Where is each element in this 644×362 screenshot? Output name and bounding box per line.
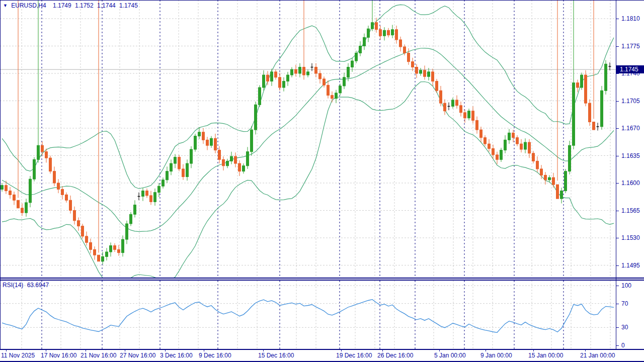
price-axis-tick <box>616 183 619 184</box>
price-axis-label: 1.1705 <box>621 98 640 105</box>
time-axis-tick <box>533 349 534 351</box>
time-axis-label: 26 Dec 16:00 <box>377 352 413 359</box>
rsi-axis-label: 30 <box>621 324 628 331</box>
time-axis-tick <box>341 349 342 351</box>
price-axis-label: 1.1775 <box>621 43 640 50</box>
time-axis-tick <box>439 349 440 351</box>
time-axis-tick <box>263 349 264 351</box>
top-border <box>0 0 644 1</box>
rsi-indicator-label: RSI(14) 63.6947 <box>3 282 51 289</box>
time-axis[interactable]: 11 Nov 202517 Nov 16:0021 Nov 16:0027 No… <box>0 350 644 361</box>
pane-separator-line-2 <box>0 280 644 281</box>
low-value: 1.1744 <box>97 2 116 9</box>
price-axis-label: 1.1670 <box>621 125 640 132</box>
time-axis-tick <box>382 349 383 351</box>
symbol-timeframe-label: EURUSD,H4 <box>11 2 46 9</box>
price-axis-tick <box>616 238 619 238</box>
rsi-axis-label: 100 <box>621 282 631 289</box>
price-axis-tick <box>616 211 619 211</box>
close-value: 1.1745 <box>119 2 138 9</box>
open-value: 1.1749 <box>53 2 71 9</box>
chart-header: ▼ EURUSD,H4 1.1749 1.1752 1.1744 1.1745 <box>3 2 140 9</box>
price-axis-tick <box>616 156 619 156</box>
bollinger-upper-band <box>2 5 614 189</box>
high-value: 1.1752 <box>75 2 94 9</box>
bollinger-lower-band <box>2 82 614 278</box>
time-axis-label: 9 Dec 16:00 <box>199 352 231 359</box>
price-axis-tick <box>616 46 619 47</box>
price-axis-tick <box>616 128 619 129</box>
price-axis-tick <box>616 101 619 102</box>
time-axis-label: 15 Jan 00:00 <box>528 352 563 359</box>
rsi-name: RSI(14) <box>3 282 23 289</box>
time-axis-label: 11 Nov 2025 <box>1 352 35 359</box>
rsi-axis-label: 70 <box>621 300 628 307</box>
time-axis-tick <box>204 349 204 351</box>
symbol-dropdown-icon[interactable]: ▼ <box>3 3 8 8</box>
price-axis-label: 1.1635 <box>621 152 640 159</box>
rsi-axis[interactable]: 10070300 <box>616 281 644 349</box>
time-axis-label: 21 Nov 16:00 <box>80 352 116 359</box>
time-axis-label: 17 Nov 16:00 <box>41 352 76 359</box>
pane-separator-line-1 <box>0 278 644 279</box>
price-axis-tick <box>616 19 619 19</box>
time-axis-label: 9 Jan 00:00 <box>480 352 512 359</box>
rsi-axis-tick <box>616 286 619 286</box>
price-axis-label: 1.1495 <box>621 262 640 269</box>
time-axis-label: 15 Dec 16:00 <box>258 352 294 359</box>
left-border <box>0 0 1 349</box>
rsi-axis-label: 0 <box>621 342 625 349</box>
time-axis-label: 3 Dec 16:00 <box>160 352 193 359</box>
rsi-indicator-pane[interactable] <box>0 281 616 349</box>
candles <box>1 0 615 264</box>
time-axis-tick <box>165 349 166 351</box>
time-axis-tick <box>486 349 486 351</box>
current-price-badge: 1.1745 <box>616 65 644 73</box>
time-axis-label: 5 Jan 00:00 <box>434 352 466 359</box>
rsi-axis-tick <box>616 345 619 346</box>
price-axis-label: 1.1810 <box>621 15 640 22</box>
time-axis-tick <box>86 349 86 351</box>
price-axis-tick <box>616 265 619 266</box>
rsi-axis-tick <box>616 327 619 328</box>
time-axis-tick <box>6 349 7 351</box>
price-axis-label: 1.1565 <box>621 207 640 214</box>
price-axis[interactable]: 1.18101.17751.17401.17051.16701.16351.16… <box>616 0 644 278</box>
time-axis-label: 21 Jan 00:00 <box>580 352 615 359</box>
time-axis-tick <box>125 349 125 351</box>
price-axis-label: 1.1530 <box>621 234 640 241</box>
rsi-axis-tick <box>616 304 619 304</box>
rsi-value: 63.6947 <box>27 282 49 289</box>
time-axis-tick <box>46 349 46 351</box>
time-axis-tick <box>585 349 586 351</box>
main-gridlines <box>0 0 616 278</box>
time-axis-label: 27 Nov 16:00 <box>120 352 155 359</box>
time-axis-label: 19 Dec 16:00 <box>336 352 372 359</box>
bollinger-bands <box>2 5 614 278</box>
chart-window: ▼ EURUSD,H4 1.1749 1.1752 1.1744 1.1745 … <box>0 0 644 362</box>
price-axis-label: 1.1600 <box>621 179 640 187</box>
main-price-pane[interactable] <box>0 0 616 278</box>
